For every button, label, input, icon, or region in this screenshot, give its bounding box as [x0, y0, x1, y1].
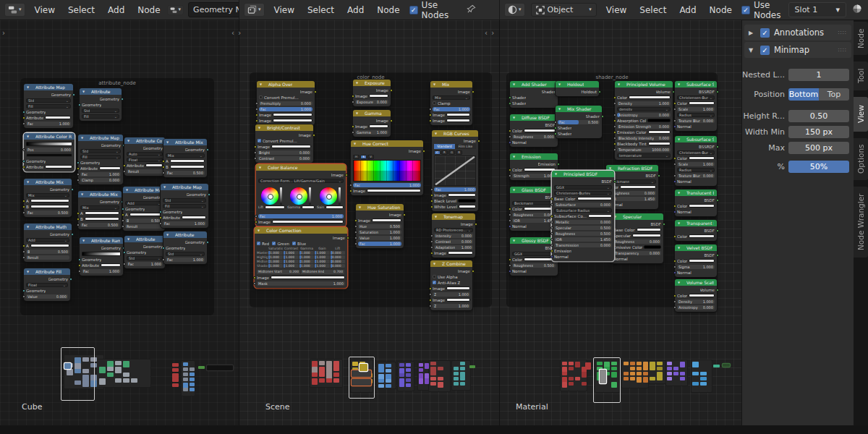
color-swatch[interactable] — [45, 116, 71, 119]
node-hue-saturation-value[interactable]: ▼Hue Saturation ValueImageImageHue0.500S… — [356, 204, 404, 248]
dropdown[interactable]: Float⌄ — [127, 158, 163, 162]
node-attribute-mix[interactable]: ▼Attribute MixGeometryMix⌄ABFac0.500 — [24, 179, 72, 217]
input-socket[interactable] — [255, 215, 258, 218]
input-socket[interactable] — [673, 271, 676, 274]
input-socket[interactable] — [254, 157, 257, 160]
grid-value[interactable]: 1.000 — [299, 260, 314, 263]
input-socket[interactable] — [349, 190, 352, 192]
grid-value[interactable]: 1.000 — [268, 264, 283, 268]
value-slider[interactable]: Pos0.000 — [26, 148, 72, 152]
dropdown[interactable]: Std⌄ — [26, 98, 71, 103]
grid-value[interactable]: 0.000 — [331, 260, 345, 263]
collapse-icon[interactable]: ▼ — [513, 82, 520, 86]
input-socket[interactable] — [122, 225, 124, 228]
dropdown[interactable]: Auto⌄ — [127, 152, 163, 156]
input-socket[interactable] — [613, 119, 616, 122]
drag-grip-icon[interactable]: ∷∷ — [838, 47, 847, 54]
sidebar-toggle-icon[interactable]: › — [2, 29, 6, 37]
node-header[interactable]: ▼Bright/Contrast — [255, 124, 313, 131]
mini-button-c[interactable]: C — [434, 150, 441, 155]
dropdown[interactable]: Std⌄ — [82, 109, 119, 113]
input-socket[interactable] — [22, 166, 25, 169]
color-swatch[interactable] — [689, 101, 715, 105]
menu-node[interactable]: Node — [703, 5, 739, 15]
node-header[interactable]: ▼Subsurface Scattering — [675, 136, 717, 142]
collapse-arrow-icon[interactable]: ▼ — [749, 47, 756, 54]
input-socket[interactable] — [554, 127, 557, 129]
factor-slider[interactable]: Fac1.000 — [433, 107, 470, 111]
color-swatch[interactable] — [302, 205, 315, 209]
grid-value[interactable]: 1.000 — [315, 255, 329, 259]
node-header[interactable]: ▼Attribute — [124, 236, 165, 242]
node-alpha-over[interactable]: ▼Alpha OverImageConvert Premul...Premult… — [257, 81, 315, 125]
node-header[interactable]: ▼Specular — [611, 213, 663, 220]
node-attribute[interactable]: ▼AttributeGeometryGeometryStd⌄Fac1.000 — [124, 236, 165, 268]
input-socket[interactable] — [673, 300, 676, 303]
checkbox[interactable] — [433, 101, 436, 105]
output-socket[interactable] — [71, 188, 74, 191]
input-socket[interactable] — [509, 258, 511, 261]
collapse-icon[interactable]: ▼ — [614, 215, 621, 218]
input-socket[interactable] — [122, 219, 124, 222]
value-slider[interactable]: Density1.000 — [617, 101, 671, 106]
input-socket[interactable] — [429, 299, 432, 302]
collapse-icon[interactable]: ▼ — [513, 188, 520, 192]
percent-slider[interactable]: 50% — [788, 161, 849, 173]
node-header[interactable]: ▼Attribute Math — [24, 224, 72, 230]
slot-selector[interactable]: Slot 1 ▾ — [788, 2, 846, 17]
value-slider[interactable]: Transparency0.000 — [613, 251, 661, 255]
output-socket[interactable] — [472, 270, 475, 273]
color-swatch[interactable] — [273, 113, 312, 116]
color-swatch[interactable] — [446, 286, 470, 290]
output-socket[interactable] — [314, 90, 317, 93]
node-header[interactable]: ▼Holdout — [556, 81, 599, 88]
output-socket[interactable] — [601, 115, 604, 118]
panel-annotations[interactable]: ▶ ✓ Annotations ∷∷ — [744, 25, 851, 41]
collapse-icon[interactable]: ▼ — [678, 246, 685, 250]
input-socket[interactable] — [430, 188, 433, 191]
input-socket[interactable] — [673, 163, 676, 166]
dropdown[interactable]: Fill⌄ — [163, 204, 206, 208]
value-slider[interactable]: Sigma1.000 — [677, 265, 715, 269]
node-header[interactable]: ▼Attribute Fill — [24, 268, 70, 275]
output-socket[interactable] — [716, 289, 719, 292]
node-velvet-bsdf[interactable]: ▼Velvet BSDFBSDFColorSigma1.000Normal — [675, 244, 717, 277]
input-socket[interactable] — [509, 174, 511, 177]
output-socket[interactable] — [613, 180, 616, 183]
node-attribute-convert[interactable]: ▼Attribute ConvertGeometryAuto⌄Float⌄Att… — [124, 137, 165, 176]
value-slider[interactable]: Roughness0.500 — [554, 231, 612, 236]
value-slider[interactable]: Emission Strength0.000 — [617, 124, 671, 129]
node-subsurface-scattering[interactable]: ▼Subsurface ScatteringBSSRDFChristensen-… — [675, 81, 717, 131]
output-socket[interactable] — [716, 199, 719, 202]
dropdown[interactable]: Float⌄ — [26, 283, 68, 287]
output-socket[interactable] — [658, 174, 660, 177]
input-socket[interactable] — [354, 237, 357, 239]
value-slider[interactable]: Roughness0.500 — [512, 263, 556, 268]
color-swatch[interactable] — [273, 119, 312, 122]
node-color-correction[interactable]: ▼Color CorrectionImage✓Red✓Green✓BlueSat… — [255, 227, 347, 288]
minimap-view-rect[interactable] — [349, 357, 375, 399]
tab-node-wrangler[interactable]: Node Wrangler — [854, 187, 868, 258]
input-socket[interactable] — [253, 276, 256, 279]
input-socket[interactable] — [673, 294, 676, 297]
value-slider[interactable]: Result — [26, 255, 69, 260]
output-socket[interactable] — [206, 148, 209, 151]
value-slider[interactable]: Blackbody Intensity0.000 — [617, 136, 671, 140]
collapse-icon[interactable]: ▼ — [609, 166, 616, 170]
menu-view[interactable]: View — [600, 5, 633, 15]
value-slider[interactable]: Fac1.000 — [127, 262, 163, 266]
node-header[interactable]: ▼RGB Curves — [432, 130, 478, 137]
value-slider[interactable]: Metallic0.000 — [554, 220, 612, 224]
tab-options[interactable]: Options — [854, 138, 868, 180]
hue-gradient-editor[interactable] — [353, 160, 421, 182]
dropdown[interactable]: Christensen-Burley⌄ — [677, 95, 715, 100]
input-socket[interactable] — [354, 225, 357, 228]
node-diffuse-bsdf[interactable]: ▼Diffuse BSDFBSDFColorRoughness0.000Norm… — [510, 114, 558, 147]
node-header[interactable]: ▼Transparent BSDF — [675, 220, 717, 226]
color-swatch[interactable] — [170, 159, 205, 163]
input-socket[interactable] — [162, 171, 165, 174]
input-socket[interactable] — [255, 108, 258, 111]
color-swatch[interactable] — [644, 245, 661, 249]
node-header[interactable]: ▼Add Shader — [510, 81, 558, 88]
output-socket[interactable] — [206, 241, 209, 244]
